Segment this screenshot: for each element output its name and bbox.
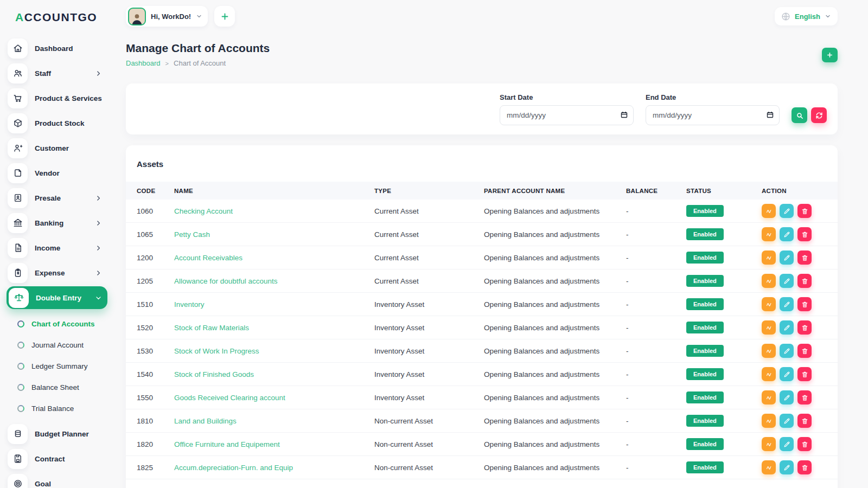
delete-button[interactable] bbox=[797, 414, 812, 428]
subaccount-button[interactable] bbox=[762, 251, 776, 265]
sidebar-subitem-chart-of-accounts[interactable]: Chart of Accounts bbox=[14, 314, 107, 333]
subaccount-button[interactable] bbox=[762, 390, 776, 404]
cell-status: Enabled bbox=[686, 339, 762, 363]
sidebar-subitem-trial-balance[interactable]: Trial Balance bbox=[14, 399, 107, 418]
sidebar-item-product-services[interactable]: Product & Services bbox=[7, 87, 107, 110]
edit-button[interactable] bbox=[780, 274, 794, 288]
user-menu-button[interactable]: Hi, WorkDo! bbox=[126, 6, 208, 27]
cell-status: Enabled bbox=[686, 456, 762, 479]
search-button[interactable] bbox=[792, 107, 807, 123]
delete-icon bbox=[801, 418, 808, 425]
sidebar-item-goal[interactable]: Goal bbox=[7, 472, 107, 488]
start-date-input[interactable] bbox=[500, 105, 634, 125]
account-name-link[interactable]: Checking Account bbox=[174, 207, 233, 215]
status-badge: Enabled bbox=[686, 322, 724, 333]
edit-button[interactable] bbox=[780, 460, 794, 474]
sidebar-item-staff[interactable]: Staff bbox=[7, 62, 107, 85]
account-name-link[interactable]: Petty Cash bbox=[174, 230, 210, 239]
account-name-link[interactable]: Stock of Raw Materials bbox=[174, 324, 249, 332]
edit-button[interactable] bbox=[780, 344, 794, 358]
edit-button[interactable] bbox=[780, 390, 794, 404]
breadcrumb-dashboard-link[interactable]: Dashboard bbox=[126, 59, 161, 67]
account-name-link[interactable]: Inventory bbox=[174, 300, 205, 309]
cell-status: Enabled bbox=[686, 386, 762, 409]
quick-add-button[interactable] bbox=[214, 6, 235, 27]
add-account-button[interactable] bbox=[822, 48, 838, 62]
sidebar-item-product-stock[interactable]: Product Stock bbox=[7, 112, 107, 134]
cell-type: Non-current Asset bbox=[374, 456, 484, 479]
subaccount-button[interactable] bbox=[762, 367, 776, 381]
sidebar-item-dashboard[interactable]: Dashboard bbox=[7, 37, 107, 60]
edit-button[interactable] bbox=[780, 414, 794, 428]
subaccount-button[interactable] bbox=[762, 227, 776, 241]
end-date-input[interactable] bbox=[646, 105, 780, 125]
edit-button[interactable] bbox=[780, 251, 794, 265]
cell-status: Enabled bbox=[686, 293, 762, 316]
sidebar-item-double-entry[interactable]: Double Entry bbox=[7, 286, 107, 309]
language-selector[interactable]: English bbox=[775, 7, 838, 25]
account-name-link[interactable]: Account Receivables bbox=[174, 254, 242, 262]
subaccount-button[interactable] bbox=[762, 274, 776, 288]
edit-icon bbox=[783, 371, 790, 378]
subaccount-button[interactable] bbox=[762, 344, 776, 358]
account-name-link[interactable]: Stock of Work In Progress bbox=[174, 347, 259, 355]
subaccount-button[interactable] bbox=[762, 297, 776, 311]
sidebar-item-label: Presale bbox=[35, 194, 61, 202]
edit-icon bbox=[783, 324, 790, 331]
sidebar-item-budget-planner[interactable]: Budget Planner bbox=[7, 422, 107, 445]
sidebar-item-label: Expense bbox=[35, 269, 65, 277]
sidebar-item-vendor[interactable]: Vendor bbox=[7, 162, 107, 184]
edit-button[interactable] bbox=[780, 437, 794, 451]
main-content: Hi, WorkDo! English Manage Chart of bbox=[114, 0, 868, 488]
delete-button[interactable] bbox=[797, 344, 812, 358]
subaccount-button[interactable] bbox=[762, 460, 776, 474]
column-header-code: CODE bbox=[126, 182, 174, 200]
delete-button[interactable] bbox=[797, 204, 812, 218]
delete-button[interactable] bbox=[797, 437, 812, 451]
subaccount-button[interactable] bbox=[762, 437, 776, 451]
cell-type: Current Asset bbox=[374, 269, 484, 293]
bullet-icon bbox=[17, 320, 24, 328]
edit-button[interactable] bbox=[780, 367, 794, 381]
delete-button[interactable] bbox=[797, 320, 812, 335]
delete-button[interactable] bbox=[797, 251, 812, 265]
account-name-link[interactable]: Goods Received Clearing account bbox=[174, 394, 285, 402]
sidebar-subitem-label: Journal Account bbox=[31, 341, 84, 349]
edit-button[interactable] bbox=[780, 227, 794, 241]
edit-button[interactable] bbox=[780, 320, 794, 335]
delete-button[interactable] bbox=[797, 297, 812, 311]
sidebar-item-banking[interactable]: Banking bbox=[7, 211, 107, 234]
subaccount-button[interactable] bbox=[762, 320, 776, 335]
sidebar-subitem-balance-sheet[interactable]: Balance Sheet bbox=[14, 378, 107, 396]
chevron-down-icon bbox=[825, 13, 831, 20]
account-name-link[interactable]: Accum.depreciation-Furn. and Equip bbox=[174, 464, 293, 472]
cell-parent-account: Opening Balances and adjustments bbox=[484, 386, 626, 409]
account-name-link[interactable]: Stock of Finished Goods bbox=[174, 370, 254, 378]
sidebar-item-customer[interactable]: Customer bbox=[7, 137, 107, 159]
sidebar-item-contract[interactable]: Contract bbox=[7, 447, 107, 470]
breadcrumb-separator: > bbox=[165, 60, 169, 67]
sidebar-subitem-journal-account[interactable]: Journal Account bbox=[14, 336, 107, 354]
sidebar-item-presale[interactable]: Presale bbox=[7, 187, 107, 209]
subaccount-button[interactable] bbox=[762, 414, 776, 428]
account-name-link[interactable]: Office Furniture and Equipement bbox=[174, 440, 280, 448]
wave-icon bbox=[765, 278, 773, 285]
delete-button[interactable] bbox=[797, 227, 812, 241]
bullet-icon bbox=[17, 363, 24, 370]
sidebar-item-income[interactable]: Income bbox=[7, 236, 107, 259]
search-icon bbox=[796, 112, 803, 119]
account-name-link[interactable]: Allowance for doubtful accounts bbox=[174, 277, 278, 285]
edit-button[interactable] bbox=[780, 204, 794, 218]
cell-parent-account: Opening Balances and adjustments bbox=[484, 363, 626, 386]
subaccount-button[interactable] bbox=[762, 204, 776, 218]
delete-button[interactable] bbox=[797, 390, 812, 404]
sidebar-item-expense[interactable]: Expense bbox=[7, 261, 107, 284]
reset-button[interactable] bbox=[811, 107, 827, 123]
sidebar-subitem-ledger-summary[interactable]: Ledger Summary bbox=[14, 357, 107, 375]
cell-balance: - bbox=[626, 386, 686, 409]
delete-button[interactable] bbox=[797, 367, 812, 381]
edit-button[interactable] bbox=[780, 297, 794, 311]
account-name-link[interactable]: Land and Buildings bbox=[174, 417, 237, 425]
delete-button[interactable] bbox=[797, 460, 812, 474]
delete-button[interactable] bbox=[797, 274, 812, 288]
